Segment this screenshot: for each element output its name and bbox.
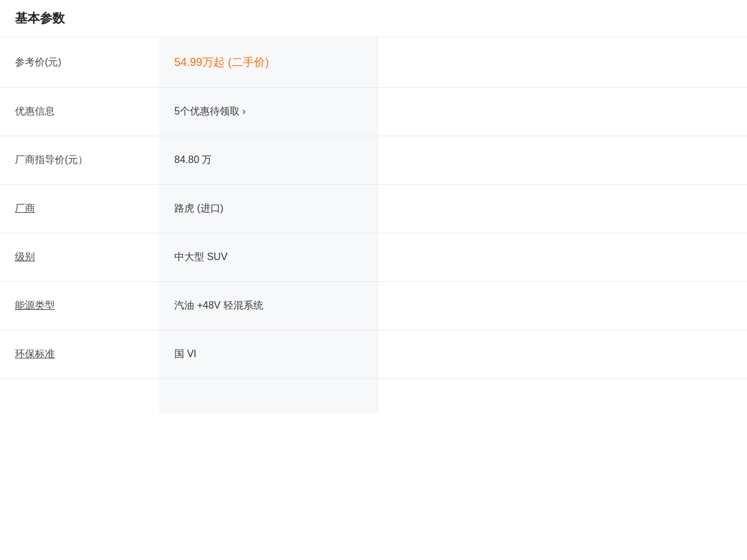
param-label: 厂商指导价(元） bbox=[0, 136, 159, 185]
param-extra bbox=[377, 282, 747, 330]
param-label: 参考价(元) bbox=[0, 37, 159, 88]
table-row: 厂商指导价(元）84.80 万 bbox=[0, 136, 747, 185]
param-label[interactable]: 厂商 bbox=[0, 185, 159, 233]
param-label[interactable]: 级别 bbox=[0, 233, 159, 282]
param-value[interactable]: 54.99万起 (二手价) bbox=[159, 37, 377, 88]
table-row: 厂商路虎 (进口) bbox=[0, 185, 747, 233]
param-extra bbox=[377, 233, 747, 282]
param-label[interactable]: 能源类型 bbox=[0, 282, 159, 330]
table-row: 能源类型汽油 +48V 轻混系统 bbox=[0, 282, 747, 330]
param-label bbox=[0, 379, 159, 414]
param-extra bbox=[377, 330, 747, 379]
param-extra bbox=[377, 37, 747, 88]
param-value[interactable]: 路虎 (进口) bbox=[159, 185, 377, 233]
table-row: 参考价(元)54.99万起 (二手价) bbox=[0, 37, 747, 88]
param-value[interactable]: 中大型 SUV bbox=[159, 233, 377, 282]
param-extra bbox=[377, 185, 747, 233]
param-extra bbox=[377, 379, 747, 414]
table-row: 优惠信息5个优惠待领取 › bbox=[0, 88, 747, 136]
param-value[interactable]: 国 VI bbox=[159, 330, 377, 379]
param-extra bbox=[377, 136, 747, 185]
param-extra bbox=[377, 88, 747, 136]
params-table: 参考价(元)54.99万起 (二手价)优惠信息5个优惠待领取 ›厂商指导价(元）… bbox=[0, 37, 747, 414]
param-label: 优惠信息 bbox=[0, 88, 159, 136]
page-wrapper: 基本参数 参考价(元)54.99万起 (二手价)优惠信息5个优惠待领取 ›厂商指… bbox=[0, 0, 747, 560]
param-value[interactable]: 84.80 万 bbox=[159, 136, 377, 185]
param-value[interactable] bbox=[159, 379, 377, 414]
param-label[interactable]: 环保标准 bbox=[0, 330, 159, 379]
table-row: 级别中大型 SUV bbox=[0, 233, 747, 282]
param-value[interactable]: 5个优惠待领取 › bbox=[159, 88, 377, 136]
param-value[interactable]: 汽油 +48V 轻混系统 bbox=[159, 282, 377, 330]
table-row: 环保标准国 VI bbox=[0, 330, 747, 379]
section-title: 基本参数 bbox=[0, 0, 747, 37]
table-row bbox=[0, 379, 747, 414]
